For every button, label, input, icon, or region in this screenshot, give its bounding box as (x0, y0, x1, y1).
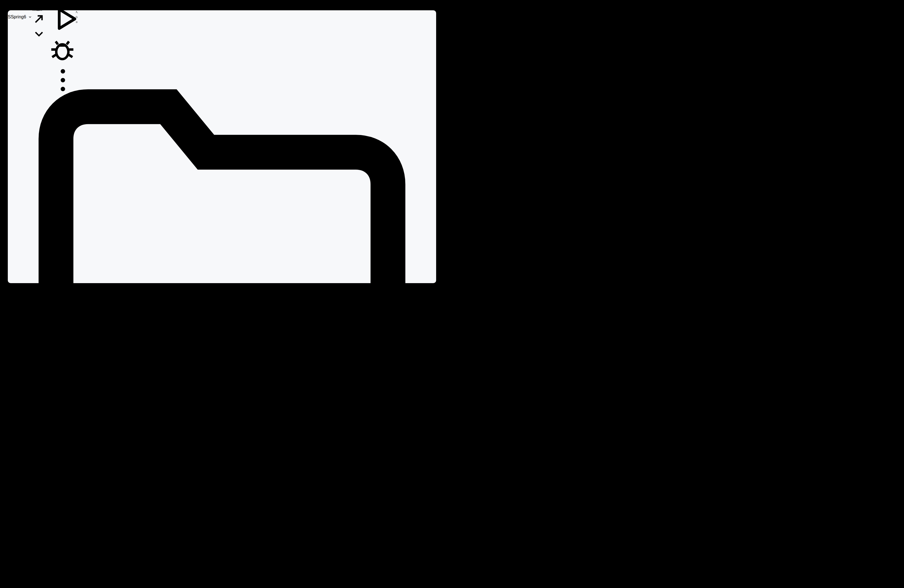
chevron-down-icon (32, 37, 46, 42)
push-arrow-icon (32, 22, 46, 27)
settings-gear-icon[interactable] (76, 19, 78, 24)
project-badge[interactable]: S (8, 14, 11, 19)
project-name[interactable]: Spring6 (11, 14, 26, 19)
titlebar: S Spring6 main Demo2 (8, 10, 436, 24)
run-button[interactable] (51, 30, 81, 35)
chevron-down-icon[interactable] (28, 15, 32, 19)
ide-window: S Spring6 main Demo2 (8, 10, 436, 283)
run-configuration-widget[interactable]: Demo2 (46, 10, 76, 96)
more-actions-icon[interactable] (48, 91, 77, 96)
titlebar-actions (76, 10, 78, 24)
debug-button[interactable] (47, 60, 77, 65)
search-icon[interactable] (76, 14, 78, 19)
add-user-icon[interactable] (76, 10, 78, 14)
vcs-branch-widget[interactable]: main (32, 10, 46, 42)
branch-name: main (33, 10, 42, 12)
